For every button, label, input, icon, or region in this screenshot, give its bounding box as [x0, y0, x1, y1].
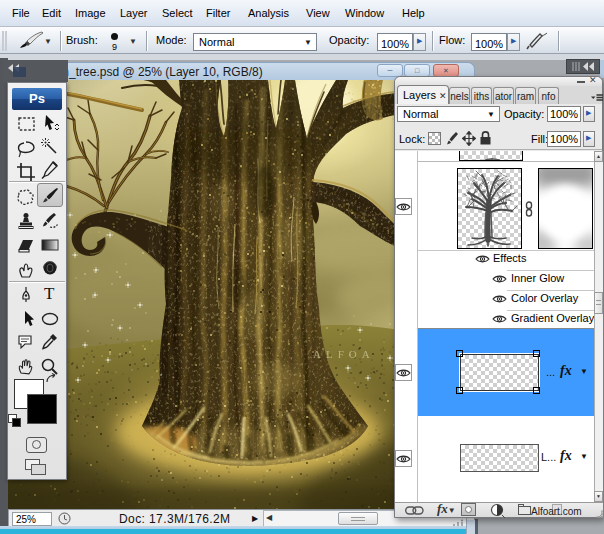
svg-text:ALFOA: ALFOA: [313, 348, 375, 360]
svg-text:T: T: [44, 284, 55, 303]
